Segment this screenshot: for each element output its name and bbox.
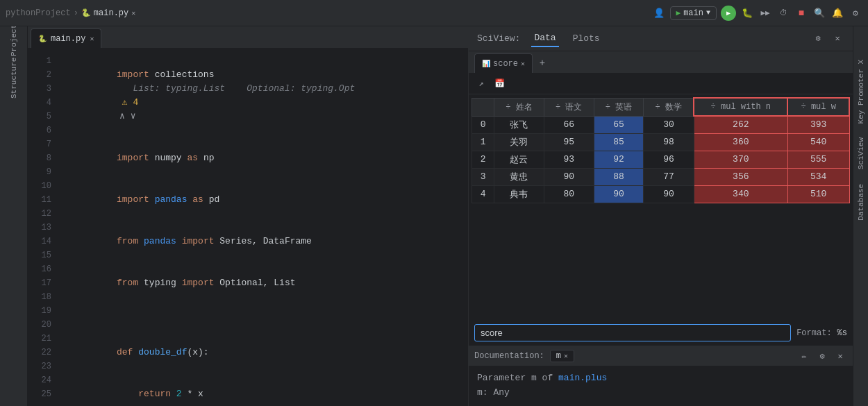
doc-tab-close-icon[interactable]: ✕ [564,352,568,360]
cell-shuxue-0: 30 [644,116,694,133]
profile-icon[interactable]: ⏱ [776,6,790,20]
cell-idx-4: 4 [472,185,494,203]
stop-icon[interactable]: ■ [794,6,808,20]
code-line-3: import pandas as pd [62,179,468,221]
cell-yingyu-0: 65 [594,116,644,133]
export-icon[interactable]: ↗ [474,77,488,91]
code-line-5: from typing import Optional, List [62,262,468,304]
breadcrumb: pythonProject › 🐍 main.py ✕ [6,8,135,18]
cell-mulm-3: 534 [787,168,849,185]
cell-idx-3: 3 [472,168,494,185]
doc-header: Documentation: m ✕ ✏ ⚙ ✕ [469,346,853,366]
cell-name-4: 典韦 [494,185,544,203]
run-button[interactable]: ▶ [721,6,736,21]
sciview-tab-data[interactable]: Data [531,30,558,47]
notification-icon[interactable]: 🔔 [831,6,844,20]
coverage-icon[interactable]: ▶▶ [758,6,772,20]
table-row: 0 张飞 66 65 30 262 393 [472,116,850,133]
col-header-mulm[interactable]: ÷ mul w [787,98,849,116]
doc-link-main-plus[interactable]: main.plus [558,373,607,383]
doc-label: Documentation: [474,351,544,361]
subtab-close-icon[interactable]: ✕ [521,60,525,68]
cell-muln-2: 370 [694,151,787,168]
doc-content: Parameter m of main.plus m: Any [469,366,853,406]
sciview-toolbar: ↗ 📅 [469,74,853,94]
cell-idx-2: 2 [472,151,494,168]
edit-icon[interactable]: ✏ [797,349,811,363]
sidebar-right-item-sciview[interactable]: SciView [856,132,867,175]
add-tab-button[interactable]: + [534,53,551,73]
cell-name-3: 黄忠 [494,168,544,185]
cell-name-2: 赵云 [494,151,544,168]
sciview-header: SciView: Data Plots ⚙ ✕ [469,26,853,51]
code-line-1: import collections List: typing.List Opt… [62,54,468,137]
doc-tab-m[interactable]: m ✕ [550,350,574,362]
settings-icon[interactable]: ⚙ [811,32,825,46]
project-name[interactable]: pythonProject [6,8,71,18]
search-section: Format: %s [469,320,853,346]
col-header-name[interactable]: ÷ 姓名 [494,98,544,116]
doc-line-1: Parameter m of main.plus [477,371,844,386]
cell-name-1: 关羽 [494,133,544,151]
col-header-idx[interactable] [472,98,494,116]
code-line-9: return 2 * x [62,373,468,406]
cell-shuxue-4: 90 [644,185,694,203]
cell-name-0: 张飞 [494,116,544,133]
cell-shuxue-1: 98 [644,133,694,151]
table-row: 2 赵云 93 92 96 370 555 [472,151,850,168]
cell-yingyu-3: 88 [594,168,644,185]
search-icon[interactable]: 🔍 [812,6,826,20]
cell-yuwen-1: 95 [544,133,594,151]
col-header-yingyu[interactable]: ÷ 英语 [594,98,644,116]
format-label: Format: [796,328,831,338]
editor-tab-main[interactable]: 🐍 main.py ✕ [31,28,101,48]
cell-yingyu-2: 92 [594,151,644,168]
table-header-row: ÷ 姓名 ÷ 语文 ÷ 英语 ÷ 数学 ÷ mul with n ÷ mul w [472,98,850,116]
editor-content: 12345 678910 1112131415 1617181920 21222… [28,49,468,406]
cell-shuxue-2: 96 [644,151,694,168]
table-row: 3 黄忠 90 88 77 356 534 [472,168,850,185]
sciview-panel: SciView: Data Plots ⚙ ✕ 📊 score ✕ + ↗ 📅 [469,26,853,406]
file-tab[interactable]: 🐍 main.py ✕ [81,8,135,18]
cell-yuwen-0: 66 [544,116,594,133]
code-area[interactable]: import collections List: typing.List Opt… [57,49,468,406]
code-line-4: from pandas import Series, DataFrame [62,221,468,262]
sidebar-item-structure[interactable]: Structure [3,67,25,89]
cell-muln-0: 262 [694,116,787,133]
cell-mulm-4: 510 [787,185,849,203]
cell-yingyu-1: 85 [594,133,644,151]
close-sciview-icon[interactable]: ✕ [831,32,844,46]
left-sidebar: Project Structure [0,26,28,406]
cell-mulm-1: 540 [787,133,849,151]
cell-mulm-2: 555 [787,151,849,168]
run-config[interactable]: ▶ main ▼ [670,6,717,20]
cell-yuwen-3: 90 [544,168,594,185]
cell-muln-3: 356 [694,168,787,185]
tab-close-icon[interactable]: ✕ [90,35,94,43]
doc-settings-icon[interactable]: ⚙ [815,349,829,363]
col-header-shuxue[interactable]: ÷ 数学 [644,98,694,116]
col-header-yuwen[interactable]: ÷ 语文 [544,98,594,116]
code-line-8: def double_df(x): [62,332,468,373]
table-row: 1 关羽 95 85 98 360 540 [472,133,850,151]
data-table: ÷ 姓名 ÷ 语文 ÷ 英语 ÷ 数学 ÷ mul with n ÷ mul w… [471,97,850,203]
settings-icon[interactable]: ⚙ [849,6,862,20]
code-line-2: import numpy as np [62,137,468,179]
sidebar-item-project[interactable]: Project [3,29,25,51]
debug-icon[interactable]: 🐛 [740,6,754,20]
table-row: 4 典韦 80 90 90 340 510 [472,185,850,203]
user-icon[interactable]: 👤 [652,6,666,20]
sidebar-right-item-database[interactable]: Database [856,178,867,226]
line-numbers: 12345 678910 1112131415 1617181920 21222… [28,49,57,406]
calendar-icon[interactable]: 📅 [492,77,506,91]
sciview-tab-plots[interactable]: Plots [570,31,603,46]
sciview-subtab-score[interactable]: 📊 score ✕ [474,53,533,73]
doc-header-right: ✏ ⚙ ✕ [797,349,847,363]
search-input[interactable] [474,324,791,341]
data-table-container: ÷ 姓名 ÷ 语文 ÷ 英语 ÷ 数学 ÷ mul with n ÷ mul w… [469,94,853,320]
sidebar-right-item-keypromoter[interactable]: Key Promoter X [856,54,867,129]
sciview-header-icons: ⚙ ✕ [811,32,844,46]
col-header-muln[interactable]: ÷ mul with n [694,98,787,116]
doc-close-icon[interactable]: ✕ [833,349,847,363]
top-bar: pythonProject › 🐍 main.py ✕ 👤 ▶ main ▼ ▶… [0,0,868,26]
